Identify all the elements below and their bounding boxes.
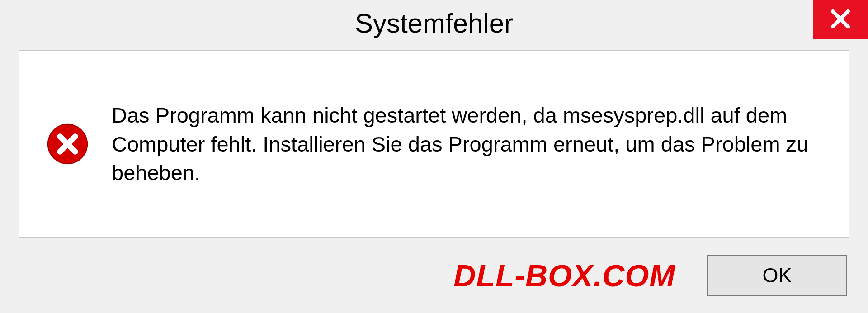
close-icon <box>829 8 852 32</box>
ok-button[interactable]: OK <box>707 255 847 296</box>
watermark-text: DLL-BOX.COM <box>453 258 675 293</box>
titlebar: Systemfehler <box>0 0 868 46</box>
content-panel: Das Programm kann nicht gestartet werden… <box>19 50 849 238</box>
error-dialog: Systemfehler Das Programm kann nicht ges… <box>0 0 868 313</box>
error-icon <box>46 123 89 166</box>
close-button[interactable] <box>813 0 868 39</box>
error-message: Das Programm kann nicht gestartet werden… <box>112 101 822 187</box>
dialog-footer: DLL-BOX.COM OK <box>0 238 868 313</box>
dialog-title: Systemfehler <box>355 8 513 39</box>
